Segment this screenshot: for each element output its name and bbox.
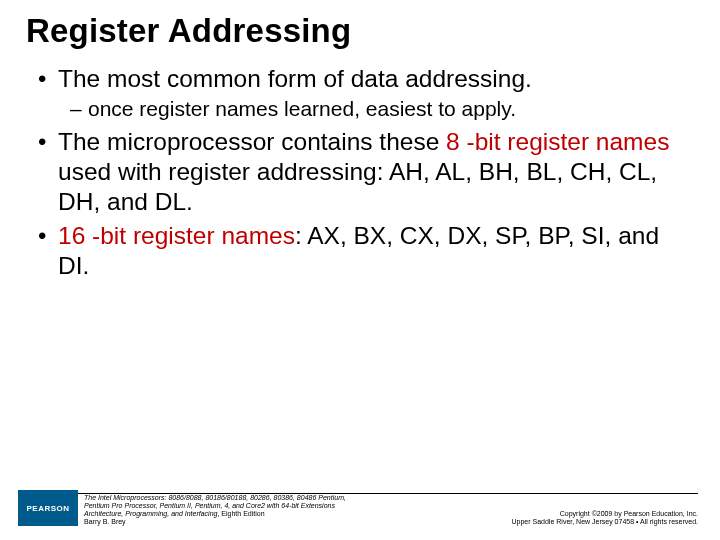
bullet-item: The microprocessor contains these 8 -bit…: [44, 127, 694, 217]
bullet-text-part: used with register addressing: AH, AL, B…: [58, 158, 657, 215]
book-author: Barry B. Brey: [84, 518, 512, 526]
sub-bullet-text: once register names learned, easiest to …: [88, 97, 516, 120]
copyright: Copyright ©2009 by Pearson Education, In…: [512, 510, 698, 526]
footer: PEARSON The Intel Microprocessors: 8086/…: [0, 490, 720, 526]
pearson-logo: PEARSON: [18, 490, 78, 526]
book-line: The Intel Microprocessors: 8086/8088, 80…: [84, 494, 512, 502]
bullet-item: The most common form of data addressing.…: [44, 64, 694, 121]
copyright-line: Copyright ©2009 by Pearson Education, In…: [512, 510, 698, 518]
bullet-item: 16 -bit register names: AX, BX, CX, DX, …: [44, 221, 694, 281]
logo-text: PEARSON: [26, 504, 69, 513]
highlight-text: 16 -bit register names: [58, 222, 295, 249]
highlight-text: 8 -bit register names: [446, 128, 669, 155]
sub-bullet-list: once register names learned, easiest to …: [58, 96, 694, 122]
bullet-text-part: The microprocessor contains these: [58, 128, 446, 155]
sub-bullet-item: once register names learned, easiest to …: [76, 96, 694, 122]
bullet-text: The most common form of data addressing.: [58, 65, 532, 92]
book-info: The Intel Microprocessors: 8086/8088, 80…: [84, 494, 512, 526]
book-line-italic: Pentium Pro Processor, Pentium II, Penti…: [84, 502, 335, 509]
slide-content: The most common form of data addressing.…: [26, 64, 694, 281]
book-line: Architecture, Programming, and Interfaci…: [84, 510, 512, 518]
slide: Register Addressing The most common form…: [0, 0, 720, 540]
book-line-italic: Architecture, Programming, and Interfaci…: [84, 510, 217, 517]
copyright-line: Upper Saddle River, New Jersey 07458 • A…: [512, 518, 698, 526]
book-edition: , Eighth Edition: [217, 510, 264, 517]
bullet-list: The most common form of data addressing.…: [26, 64, 694, 281]
slide-title: Register Addressing: [26, 12, 694, 50]
book-line: Pentium Pro Processor, Pentium II, Penti…: [84, 502, 512, 510]
